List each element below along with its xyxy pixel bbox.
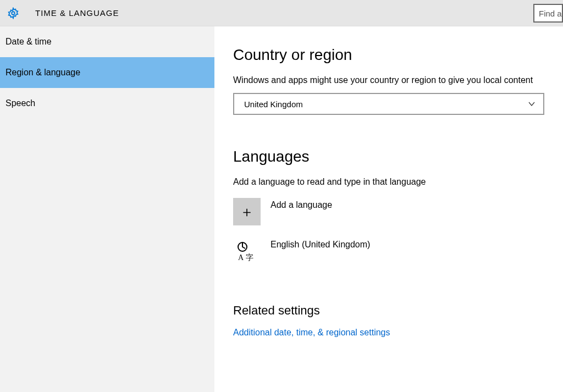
sidebar-item-label: Speech: [5, 98, 35, 108]
header-bar: TIME & LANGUAGE Find a: [0, 0, 563, 26]
sidebar-item-speech[interactable]: Speech: [0, 88, 214, 119]
sidebar-item-label: Date & time: [5, 37, 52, 47]
content-area: Country or region Windows and apps might…: [214, 26, 563, 392]
add-language-tile: ＋: [233, 198, 261, 225]
sidebar-item-region-language[interactable]: Region & language: [0, 57, 214, 88]
country-region-dropdown[interactable]: United Kingdom: [233, 93, 544, 115]
languages-desc: Add a language to read and type in that …: [233, 175, 541, 188]
svg-text:字: 字: [246, 253, 253, 262]
header-title: TIME & LANGUAGE: [35, 8, 119, 18]
language-name: English (United Kingdom): [271, 240, 370, 250]
language-item[interactable]: A 字 English (United Kingdom): [233, 238, 547, 265]
additional-settings-link[interactable]: Additional date, time, & regional settin…: [233, 328, 547, 338]
svg-text:A: A: [238, 253, 244, 262]
plus-icon: ＋: [240, 205, 254, 219]
country-region-title: Country or region: [233, 46, 547, 64]
search-input[interactable]: Find a: [533, 4, 563, 23]
country-region-desc: Windows and apps might use your country …: [233, 74, 541, 86]
languages-title: Languages: [233, 148, 547, 165]
gear-icon: [7, 7, 20, 20]
search-placeholder: Find a: [539, 9, 562, 18]
svg-point-0: [12, 12, 15, 15]
country-region-selected: United Kingdom: [244, 100, 303, 109]
language-icon: A 字: [233, 238, 261, 265]
add-language-button[interactable]: ＋ Add a language: [233, 198, 547, 225]
chevron-down-icon: [528, 100, 536, 108]
sidebar-item-date-time[interactable]: Date & time: [0, 26, 214, 57]
sidebar-item-label: Region & language: [5, 68, 80, 78]
sidebar: Date & time Region & language Speech: [0, 26, 214, 392]
add-language-label: Add a language: [271, 200, 332, 210]
related-settings-title: Related settings: [233, 303, 547, 318]
